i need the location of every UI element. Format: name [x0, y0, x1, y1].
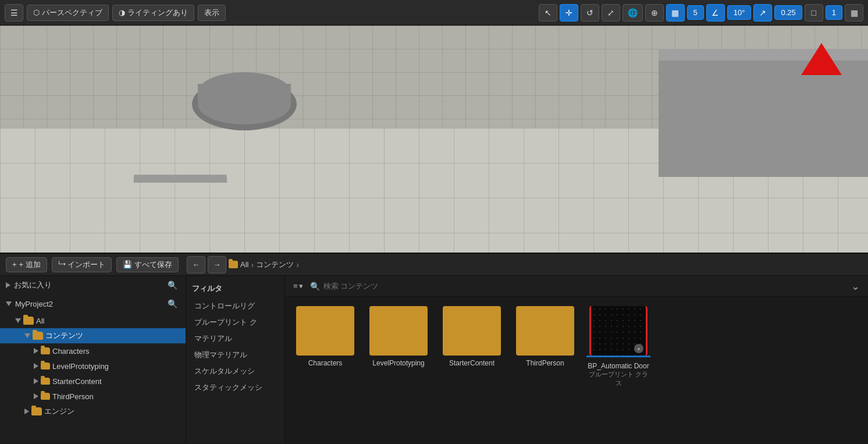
cube-icon: ⬡	[33, 8, 40, 17]
levelprototyping-folder-icon	[41, 363, 50, 370]
asset-thirdperson-folder	[522, 313, 568, 349]
tree-item-characters[interactable]: Characters	[0, 343, 186, 358]
perspective-label: パースペクティブ	[42, 8, 102, 18]
project-label: MyProject2	[15, 300, 162, 308]
scale-value-button[interactable]: 0.25	[774, 5, 802, 20]
bp-label-divider	[586, 356, 650, 357]
select-tool-button[interactable]: ↖	[539, 4, 557, 22]
levelprototyping-expand-icon	[34, 363, 38, 369]
move-tool-button[interactable]: ✛	[560, 4, 578, 22]
tree-item-all[interactable]: All	[0, 313, 186, 328]
filter-toggle-button[interactable]: ≡ ▾	[290, 280, 307, 292]
characters-expand-icon	[34, 348, 38, 354]
asset-levelprototyping[interactable]: LevelPrototyping	[367, 306, 431, 388]
flat-rect-object	[134, 175, 227, 183]
scale-snap-button[interactable]: ↗	[753, 4, 772, 22]
asset-startercontent[interactable]: StarterContent	[440, 306, 504, 388]
search-input[interactable]	[323, 282, 844, 290]
filter-blueprint[interactable]: ブループリント ク	[186, 314, 284, 331]
snap-button[interactable]: ⊕	[645, 4, 664, 22]
import-label: ⮡ インポート	[58, 260, 106, 270]
tree-item-engine[interactable]: エンジン	[0, 404, 186, 419]
engine-expand-icon	[24, 409, 29, 414]
scale-tool-button[interactable]: ⤢	[602, 4, 620, 22]
asset-characters[interactable]: Characters	[293, 306, 357, 388]
grid-size-button[interactable]: 5	[687, 5, 704, 20]
filter-material-label: マテリアル	[194, 333, 232, 344]
asset-levelprototyping-label: LevelPrototyping	[372, 359, 424, 367]
project-search-button[interactable]: 🔍	[165, 298, 180, 310]
save-all-button[interactable]: 💾 すべて保存	[116, 257, 179, 272]
asset-startercontent-label: StarterContent	[449, 359, 495, 367]
cb-search-bar: ≡ ▾ 🔍 ⌄	[285, 276, 868, 297]
startercontent-folder-icon	[41, 378, 50, 385]
folder-icon-breadcrumb	[229, 261, 238, 268]
tree-item-thirdperson[interactable]: ThirdPerson	[0, 389, 186, 404]
favorites-header[interactable]: お気に入り 🔍	[0, 276, 186, 294]
filter-physics-material[interactable]: 物理マテリアル	[186, 347, 284, 363]
rotate-tool-button[interactable]: ↺	[581, 4, 599, 22]
asset-bp-automatic-door[interactable]: ● BP_Automatic Door ブループリント クラス	[586, 306, 650, 388]
content-browser: + + 追加 ⮡ インポート 💾 すべて保存 ← → All › コンテンツ ›…	[0, 253, 868, 444]
tree-item-contents[interactable]: コンテンツ	[0, 328, 186, 343]
project-header[interactable]: MyProject2 🔍	[0, 294, 186, 313]
tree-item-engine-label: エンジン	[44, 406, 74, 417]
breadcrumb-all[interactable]: All	[240, 260, 248, 269]
all-folder-icon	[23, 317, 34, 325]
hamburger-button[interactable]: ☰	[5, 4, 23, 22]
tree-item-thirdperson-label: ThirdPerson	[52, 392, 94, 401]
view-button[interactable]: 表示	[198, 5, 226, 21]
breadcrumb-contents[interactable]: コンテンツ	[256, 260, 294, 270]
filter-control-rig[interactable]: コントロールリグ	[186, 298, 284, 314]
breadcrumb: ← → All › コンテンツ ›	[187, 256, 299, 273]
lighting-button[interactable]: ◑ ライティングあり	[112, 5, 194, 21]
search-field: 🔍	[310, 282, 844, 291]
camera-value-button[interactable]: 1	[826, 5, 842, 20]
moon-icon: ◑	[119, 8, 125, 17]
grid-snap-button[interactable]: ▦	[666, 4, 685, 22]
contents-expand-icon	[24, 333, 30, 338]
filter-static-mesh[interactable]: スタティックメッシ	[186, 379, 284, 396]
nav-back-button[interactable]: ←	[187, 256, 205, 273]
cb-content-panel: ≡ ▾ 🔍 ⌄ Characters	[285, 276, 868, 444]
tree-item-levelprototyping[interactable]: LevelPrototyping	[0, 358, 186, 374]
favorites-collapse-icon	[6, 282, 10, 288]
tree-item-levelprototyping-label: LevelPrototyping	[52, 362, 109, 371]
camera-button[interactable]: □	[805, 4, 823, 22]
filters-header: フィルタ	[186, 279, 284, 298]
arrow-head	[801, 43, 842, 75]
bp-thumb-icon: ●	[634, 344, 643, 353]
search-icon: 🔍	[310, 282, 320, 291]
filters-label: フィルタ	[192, 283, 222, 294]
contents-folder-icon	[33, 332, 43, 340]
world-space-button[interactable]: 🌐	[622, 4, 643, 22]
asset-bp-thumb: ●	[589, 306, 648, 356]
filter-physics-material-label: 物理マテリアル	[194, 350, 247, 360]
favorites-search-button[interactable]: 🔍	[165, 279, 180, 291]
filter-dropdown-icon: ▾	[299, 282, 303, 290]
search-dropdown-button[interactable]: ⌄	[848, 280, 863, 293]
angle-value-button[interactable]: 10°	[727, 5, 752, 20]
filter-skeletal-mesh[interactable]: スケルタルメッシ	[186, 363, 284, 379]
import-button[interactable]: ⮡ インポート	[52, 257, 112, 272]
perspective-button[interactable]: ⬡ パースペクティブ	[27, 5, 109, 21]
asset-thirdperson[interactable]: ThirdPerson	[513, 306, 577, 388]
nav-forward-button[interactable]: →	[208, 256, 226, 273]
tree-item-startercontent[interactable]: StarterContent	[0, 374, 186, 389]
filter-material[interactable]: マテリアル	[186, 331, 284, 347]
hamburger-icon: ☰	[10, 8, 18, 17]
asset-characters-label: Characters	[308, 359, 343, 367]
viewport[interactable]	[0, 26, 868, 253]
all-expand-icon	[15, 318, 21, 323]
engine-folder-icon	[31, 407, 42, 415]
asset-levelprototyping-thumb	[369, 306, 428, 356]
asset-bp-label: BP_Automatic Door	[588, 362, 649, 370]
angle-snap-button[interactable]: ∠	[706, 4, 725, 22]
asset-characters-thumb	[296, 306, 354, 356]
top-toolbar: ☰ ⬡ パースペクティブ ◑ ライティングあり 表示 ↖ ✛ ↺ ⤢ 🌐 ⊕ ▦…	[0, 0, 868, 26]
add-button[interactable]: + + 追加	[6, 257, 47, 272]
cb-topbar: + + 追加 ⮡ インポート 💾 すべて保存 ← → All › コンテンツ ›	[0, 254, 868, 276]
cb-left-panel: お気に入り 🔍 MyProject2 🔍 All コンテンツ	[0, 276, 186, 444]
grid2-button[interactable]: ▦	[845, 4, 863, 22]
plus-icon: +	[12, 260, 17, 269]
